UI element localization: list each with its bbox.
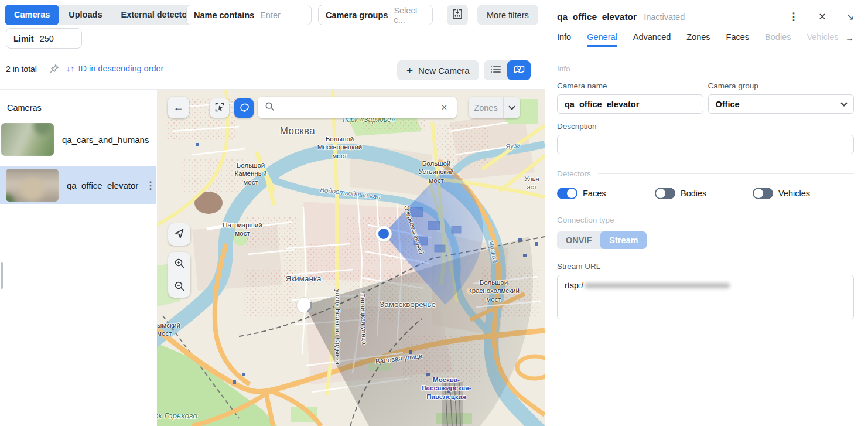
tab-zones[interactable]: Zones [686,32,710,47]
map-search-bar: ✕ [258,97,457,118]
list-view-button[interactable] [484,60,507,80]
panel-title: qa_office_elevator [557,12,637,22]
camera-list-item-selected[interactable]: qa_office_elevator ⋮ [0,166,156,204]
bodies-toggle[interactable] [655,188,675,199]
plus-icon: + [406,65,413,76]
camera-list-scrollbar[interactable] [1,262,3,289]
panel-expand-icon[interactable]: ↘ [846,11,854,22]
zones-label: Zones [469,103,503,113]
tab-faces[interactable]: Faces [726,32,750,47]
camera-list-item[interactable]: qa_cars_and_humans ⋮ [0,121,156,158]
redacted-url-text [585,283,730,288]
faces-toggle[interactable] [557,188,577,199]
draw-zone-icon [239,102,250,115]
camera-groups-label: Camera groups [326,11,388,20]
locate-icon [173,227,185,241]
map-container: Москва парк «Зарядье» Большой Москворецк… [157,90,545,426]
tab-general[interactable]: General [587,32,617,47]
header: Cameras Uploads External detectors Name … [0,0,545,90]
list-toolbar: 2 in total ↓↑ ID in descending order + N… [0,59,545,82]
sort-label: ID in descending order [78,64,164,73]
stream-url-visible-text: rtsp:/ [565,281,583,290]
camera-name-label: Camera name [557,81,703,90]
connection-onvif-option[interactable]: ONVIF [557,231,600,249]
search-clear-icon[interactable]: ✕ [439,102,450,113]
total-count: 2 in total [6,64,37,74]
camera-name: qa_office_elevator [67,180,138,190]
panel-close-icon[interactable]: ✕ [818,11,826,22]
tab-bodies[interactable]: Bodies [765,32,791,47]
zoom-out-button[interactable] [168,275,190,298]
tab-uploads[interactable]: Uploads [59,5,111,25]
detector-toggles: Faces Bodies Vehicles [557,188,854,199]
panel-tabs: Info General Advanced Zones Faces Bodies… [557,32,854,47]
map-marker-camera-selected[interactable] [375,226,392,242]
more-filters-button[interactable]: More filters [477,5,538,25]
limit-label: Limit [13,34,34,43]
zoom-in-button[interactable] [168,252,190,275]
map-view-icon [514,64,525,77]
camera-list: Cameras qa_cars_and_humans ⋮ qa_office_e… [0,90,157,426]
new-camera-button[interactable]: + New Camera [397,60,479,80]
status-badge: Inactivated [644,12,788,22]
camera-group-select[interactable]: Office [708,94,855,114]
select-area-cursor-icon [214,102,225,115]
map-zoom-controls [168,252,190,298]
camera-groups-field[interactable]: Camera groups Select c... [318,5,433,25]
vehicles-toggle[interactable] [753,188,773,199]
tab-advanced[interactable]: Advanced [633,32,671,47]
camera-thumbnail [1,123,54,156]
limit-field[interactable]: Limit 250 [6,28,82,49]
search-icon [265,101,275,114]
camera-detail-panel: qa_office_elevator Inactivated ⋮ ✕ ↘ Inf… [545,0,868,426]
back-arrow-icon: ← [173,101,184,114]
bodies-toggle-label: Bodies [681,189,706,198]
map-back-button[interactable]: ← [168,97,189,118]
description-label: Description [557,122,854,131]
section-info-heading: Info [557,64,854,73]
camera-name-input[interactable]: qa_office_elevator [557,94,703,114]
vehicles-toggle-label: Vehicles [778,189,810,198]
tabs-scroll-right-icon[interactable]: → [843,33,854,43]
map-marker-camera-2[interactable] [297,298,313,313]
connection-type-switch: ONVIF Stream [557,231,647,249]
tab-info[interactable]: Info [557,32,571,47]
camera-name: qa_cars_and_humans [62,135,149,145]
section-detectors-heading: Detectors [557,169,854,178]
camera-list-heading: Cameras [7,103,42,113]
camera-thumbnail [6,169,59,202]
camera-group-label: Camera group [708,81,855,90]
name-contains-placeholder: Enter [260,11,281,20]
connection-stream-option[interactable]: Stream [600,231,647,249]
map-view-button[interactable] [507,60,531,80]
tab-vehicles[interactable]: Vehicles [807,32,838,47]
stream-url-input[interactable]: rtsp:/ [557,275,854,319]
sort-order-link[interactable]: ↓↑ ID in descending order [66,64,163,73]
camera-groups-placeholder: Select c... [394,6,425,25]
list-view-icon [490,64,501,76]
panel-kebab-menu-icon[interactable]: ⋮ [788,11,798,23]
map-search-input[interactable] [279,103,439,113]
section-connection-heading: Connection type [557,216,854,224]
zones-dropdown[interactable]: Zones [469,97,520,118]
sort-icon: ↓↑ [66,64,75,73]
description-input[interactable] [557,135,854,154]
name-contains-field[interactable]: Name contains Enter [186,5,312,25]
export-report-button[interactable] [447,5,468,25]
chevron-down-icon [840,100,847,106]
map-canvas[interactable] [157,90,545,426]
map-locate-button[interactable] [168,223,190,246]
new-camera-label: New Camera [418,66,470,76]
export-report-icon [452,8,463,22]
name-contains-label: Name contains [194,11,254,20]
view-toggle [484,60,531,80]
pin-icon[interactable] [49,64,59,76]
limit-value: 250 [40,34,54,43]
app-window: Cameras Uploads External detectors Name … [0,0,868,426]
stream-url-label: Stream URL [557,262,854,271]
source-tabs: Cameras Uploads External detectors [5,5,204,25]
map-select-area-button[interactable] [210,98,229,118]
faces-toggle-label: Faces [583,189,606,198]
tab-cameras[interactable]: Cameras [5,5,59,25]
map-draw-zone-button[interactable] [234,98,254,118]
